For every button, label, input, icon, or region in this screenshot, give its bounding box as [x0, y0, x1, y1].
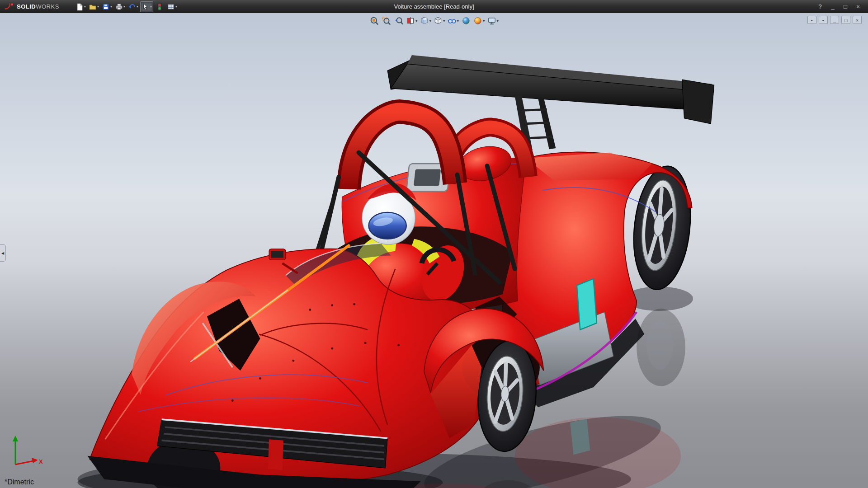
zoom-to-fit-icon	[370, 16, 379, 25]
zoom-to-fit-button[interactable]	[369, 15, 380, 27]
save-button[interactable]: ▾	[101, 1, 113, 12]
hide-show-glasses-icon	[448, 16, 457, 25]
headsup-view-toolbar: ▾ ▾ ▾	[369, 15, 499, 27]
dropdown-caret: ▾	[137, 5, 138, 9]
open-folder-icon	[89, 3, 97, 11]
window-controls: ? _ □ ×	[815, 3, 868, 10]
collapse-arrow-icon: ◀	[1, 251, 4, 255]
new-document-icon	[75, 3, 84, 11]
open-button[interactable]: ▾	[88, 1, 100, 12]
print-icon	[115, 3, 123, 11]
undo-button[interactable]: ▾	[127, 1, 139, 12]
undo-icon	[128, 3, 136, 11]
app-name: SOLIDWORKS	[17, 3, 59, 10]
model-scene[interactable]	[0, 13, 868, 488]
view-settings-button[interactable]: ▾	[487, 15, 500, 27]
apply-scene-ball-icon	[473, 16, 482, 25]
rebuild-button[interactable]	[154, 1, 165, 12]
apply-scene-button[interactable]: ▾	[473, 15, 486, 27]
view-settings-icon	[487, 16, 496, 25]
rear-wheel[interactable]	[628, 163, 696, 292]
display-style-button[interactable]: ▾	[433, 15, 446, 27]
dropdown-caret: ▾	[415, 19, 418, 23]
minimize-button[interactable]: _	[827, 3, 838, 10]
save-icon	[102, 3, 110, 11]
titlebar: SOLIDWORKS ▾ ▾ ▾	[0, 0, 868, 13]
section-view-icon	[406, 16, 415, 25]
dropdown-caret: ▾	[483, 19, 485, 23]
dropdown-caret: ▾	[150, 5, 152, 9]
x-axis-label: X	[39, 458, 43, 465]
view-orientation-button[interactable]: ▾	[419, 15, 432, 27]
dropdown-caret: ▾	[429, 19, 431, 23]
edit-appearance-button[interactable]	[461, 15, 472, 27]
orientation-triad: X	[7, 433, 45, 471]
x-axis	[15, 461, 33, 465]
pane-button[interactable]: ▪	[807, 16, 816, 24]
pane-button[interactable]: ▪	[819, 16, 828, 24]
sheet-properties-button[interactable]: ▾	[166, 1, 178, 12]
doc-close-button[interactable]: ×	[853, 16, 862, 24]
display-style-icon	[434, 16, 443, 25]
dropdown-caret: ▾	[175, 5, 177, 9]
section-view-button[interactable]: ▾	[406, 15, 418, 27]
hide-show-items-button[interactable]: ▾	[447, 15, 460, 27]
previous-view-icon	[394, 16, 403, 25]
dropdown-caret: ▾	[443, 19, 445, 23]
previous-view-button[interactable]	[393, 15, 404, 27]
dropdown-caret: ▾	[457, 19, 459, 23]
view-orientation-cube-icon	[420, 16, 429, 25]
rebuild-traffic-light-icon	[156, 3, 163, 11]
main-toolbar: ▾ ▾ ▾ ▾	[75, 1, 178, 12]
zoom-to-area-icon	[382, 16, 391, 25]
helmet-visor	[369, 212, 406, 239]
solidworks-window: SOLIDWORKS ▾ ▾ ▾	[0, 0, 868, 488]
select-cursor-icon	[142, 3, 150, 11]
edit-appearance-ball-icon	[462, 16, 471, 25]
view-orientation-label: *Dimetric	[5, 478, 34, 486]
doc-minimize-button[interactable]: _	[830, 16, 839, 24]
print-button[interactable]: ▾	[114, 1, 126, 12]
zoom-to-area-button[interactable]	[381, 15, 392, 27]
doc-restore-button[interactable]: □	[841, 16, 850, 24]
maximize-button[interactable]: □	[840, 3, 851, 10]
sheet-grid-icon	[167, 3, 175, 11]
dropdown-caret: ▾	[497, 19, 499, 23]
dropdown-caret: ▾	[84, 5, 86, 9]
new-document-button[interactable]: ▾	[75, 1, 87, 12]
dropdown-caret: ▾	[110, 5, 112, 9]
dropdown-caret: ▾	[97, 5, 99, 9]
solidworks-logo: SOLIDWORKS	[0, 3, 59, 11]
dropdown-caret: ▾	[123, 5, 125, 9]
close-button[interactable]: ×	[853, 3, 863, 10]
featuremanager-collapse-handle[interactable]: ◀	[0, 244, 6, 262]
select-tool-button[interactable]: ▾	[140, 1, 153, 12]
graphics-area[interactable]: ▾ ▾ ▾	[0, 13, 868, 488]
document-window-controls: ▪ ▪ _ □ ×	[807, 16, 862, 24]
dassault-systemes-logo-icon	[4, 3, 14, 11]
document-title: Voiture assemblee [Read-only]	[394, 0, 474, 13]
help-button[interactable]: ?	[815, 3, 826, 10]
